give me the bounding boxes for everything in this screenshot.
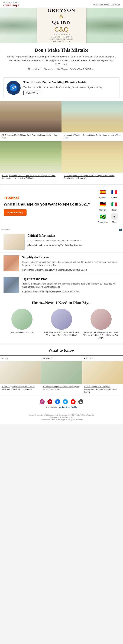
lang-portuguese: 🇧🇷 Portuguese bbox=[98, 213, 107, 223]
french-label: French bbox=[111, 196, 117, 199]
list-article-2-body: In order to have your digital wedding RS… bbox=[22, 260, 119, 267]
article-title: Don't Make This Mistake bbox=[7, 47, 116, 53]
planning-item-couple: How Often a Relationship Expert Thinks Y… bbox=[83, 309, 119, 339]
grid-caption-3[interactable]: A Luxe, Romantic Vision Drove This Coupl… bbox=[0, 173, 62, 182]
planning-item-work: How Much Time Should You Really Take Off… bbox=[43, 309, 80, 339]
list-article-2-title: Simplify the Process bbox=[22, 256, 119, 259]
know-style-col: STYLE How to Choose a Mixed Metal Engage… bbox=[82, 356, 123, 396]
grid-caption-2[interactable]: Unexpected Wedding Bouquet Color Combina… bbox=[62, 132, 123, 142]
lang-more[interactable]: + More bbox=[109, 213, 119, 223]
instagram-icon[interactable] bbox=[40, 399, 45, 404]
planning-section: Hmm...Next, I Need to Plan My... Wedding… bbox=[0, 296, 123, 343]
youtube-icon[interactable] bbox=[71, 399, 76, 404]
know-plan-header: PLAN bbox=[0, 356, 41, 361]
list-article-1-text: Critical Information Don't overlook the … bbox=[27, 234, 83, 247]
zodiac-text: The Ultimate Zodiac Wedding Planning Gui… bbox=[23, 80, 116, 95]
subscribe-link[interactable]: Subscribe here bbox=[73, 419, 83, 421]
lang-spanish: 🇪🇸 Spanish bbox=[98, 188, 107, 199]
footer-company: Meredith Corporation, 1716 Locust Street… bbox=[4, 414, 119, 416]
venue-circle-img bbox=[12, 309, 33, 330]
grid-caption-1[interactable]: 10 Things the Maid of Honor Can't Forget… bbox=[0, 132, 62, 142]
know-style-img bbox=[82, 361, 123, 384]
spanish-label: Spanish bbox=[99, 196, 106, 199]
babbel-ad: +Babbel Which language do you want to sp… bbox=[0, 184, 123, 227]
planning-caption-work[interactable]: How Much Time Should You Really Take Off… bbox=[43, 331, 80, 336]
brand-name: weddings bbox=[3, 3, 20, 7]
lang-italian: 🇮🇹 Italian bbox=[109, 200, 119, 211]
planning-grid: Wedding Venue Checklist How Much Time Sh… bbox=[4, 309, 119, 339]
zodiac-title: The Ultimate Zodiac Wedding Planning Gui… bbox=[23, 80, 116, 84]
portuguese-flag: 🇧🇷 bbox=[99, 213, 107, 220]
terms-link[interactable]: Terms of Service bbox=[62, 416, 73, 418]
list-article-3-link[interactable]: 5 Tips That Make Managing Wedding RSVPs … bbox=[22, 290, 79, 293]
know-plan-img bbox=[0, 361, 41, 384]
know-style-caption[interactable]: How to Choose a Mixed Metal Engagement R… bbox=[82, 384, 123, 396]
more-label: More bbox=[112, 221, 116, 223]
list-article-1-body: Don't overlook the basics when designing… bbox=[27, 239, 83, 242]
stationery-image bbox=[4, 234, 25, 250]
laptop-image bbox=[4, 277, 19, 293]
list-article-3-title: Tips from the Pros bbox=[22, 277, 119, 281]
grid-image-bouquet bbox=[62, 101, 123, 132]
know-inspire-img bbox=[41, 361, 82, 384]
list-article-1: Critical Information Don't overlook the … bbox=[0, 231, 123, 252]
couple-circle-img bbox=[90, 309, 111, 330]
social-icons bbox=[4, 399, 119, 404]
footer-legal: Meredith Corporation, 1716 Locust Street… bbox=[0, 412, 123, 424]
lang-french: 🇫🇷 French bbox=[109, 188, 119, 199]
facebook-icon[interactable] bbox=[55, 399, 60, 404]
planning-caption-venue[interactable]: Wedding Venue Checklist bbox=[11, 331, 33, 334]
hero-invite: TOGETHER WITH THEIR FAMILIES GREYSON & Q… bbox=[0, 8, 123, 43]
brand-logo: MARTHA STEWART weddings bbox=[3, 2, 20, 7]
grid-image-outdoor bbox=[0, 142, 62, 173]
pinterest-icon[interactable] bbox=[47, 399, 52, 404]
zodiac-see-more[interactable]: SEE MORE bbox=[23, 90, 41, 95]
more-flag: + bbox=[110, 213, 118, 220]
grid-item-2: Unexpected Wedding Bouquet Color Combina… bbox=[62, 101, 123, 142]
grid-item-4: How to Shop for an Engagement Ring Toget… bbox=[62, 142, 123, 182]
footer-policy-links: Privacy Policy | Terms of Service bbox=[4, 416, 119, 419]
grid-item-3: A Luxe, Romantic Vision Drove This Coupl… bbox=[0, 142, 62, 182]
privacy-policy-link[interactable]: Privacy Policy bbox=[50, 416, 59, 418]
planning-item-venue: Wedding Venue Checklist bbox=[4, 309, 40, 339]
ad-badge: D bbox=[119, 228, 122, 231]
grid-image-maid-honor bbox=[0, 101, 62, 132]
nav-link[interactable]: Writing your wedding invitations bbox=[93, 3, 120, 6]
list-article-2-link[interactable]: How to Make Digital Wedding RSVPs Clear … bbox=[22, 269, 87, 271]
article-main-link[interactable]: This Is Why You Should Never List "Regre… bbox=[7, 68, 116, 70]
babbel-heading: Which language do you want to speak in 2… bbox=[4, 202, 94, 207]
know-inspire-caption[interactable]: A Provence-Inspired Garden Wedding in a … bbox=[41, 384, 82, 393]
know-section: What to Know PLAN 6 Red Flags That Indic… bbox=[0, 344, 123, 396]
list-article-1-title: Critical Information bbox=[27, 234, 83, 238]
grid-image-ring bbox=[62, 142, 123, 173]
babbel-logo: +Babbel bbox=[4, 196, 94, 200]
know-inspire-col: INSPIRE A Provence-Inspired Garden Weddi… bbox=[41, 356, 82, 396]
invite-monogram: G&Q bbox=[42, 26, 81, 33]
svg-point-2 bbox=[43, 401, 43, 401]
powered-by: Powered by bbox=[2, 229, 10, 230]
twitter-icon[interactable] bbox=[63, 399, 68, 404]
zodiac-promo: ♐ The Ultimate Zodiac Wedding Planning G… bbox=[4, 78, 119, 98]
invite-name1: GREYSON bbox=[42, 8, 81, 13]
know-inspire-header: INSPIRE bbox=[41, 356, 82, 361]
zodiac-icon: ♐ bbox=[9, 84, 18, 92]
spanish-flag: 🇪🇸 bbox=[99, 188, 107, 196]
zodiac-circle: ♐ bbox=[7, 81, 21, 95]
list-article-1-link[interactable]: 8 Details to Include When Wording Your W… bbox=[27, 244, 83, 246]
grid-caption-4[interactable]: How to Shop for an Engagement Ring Toget… bbox=[62, 173, 123, 182]
invite-card: TOGETHER WITH THEIR FAMILIES GREYSON & Q… bbox=[37, 8, 86, 43]
german-flag: 🇩🇪 bbox=[99, 200, 107, 208]
email-icon[interactable] bbox=[78, 399, 83, 404]
header: MARTHA STEWART weddings Writing your wed… bbox=[0, 0, 123, 8]
work-circle-img bbox=[51, 309, 72, 330]
unsubscribe-text: Unsubscribe Update User Profile bbox=[4, 406, 119, 408]
update-profile-link[interactable]: Update User Profile bbox=[59, 406, 77, 408]
babbel-cta[interactable]: Start learning bbox=[4, 209, 27, 216]
svg-point-1 bbox=[42, 401, 43, 402]
zodiac-body: Your love was written in the stars—here'… bbox=[23, 86, 116, 89]
planning-title: Hmm...Next, I Need to Plan My... bbox=[4, 300, 119, 305]
footer-email-info: This email was sent to palencia@gmail.co… bbox=[4, 419, 119, 421]
planning-caption-couple[interactable]: How Often a Relationship Expert Thinks Y… bbox=[83, 331, 119, 339]
know-plan-caption[interactable]: 6 Red Flags That Indicate You Should Wal… bbox=[0, 384, 41, 393]
article-excerpt: Writing "regrets only" on your wedding R… bbox=[7, 55, 116, 66]
